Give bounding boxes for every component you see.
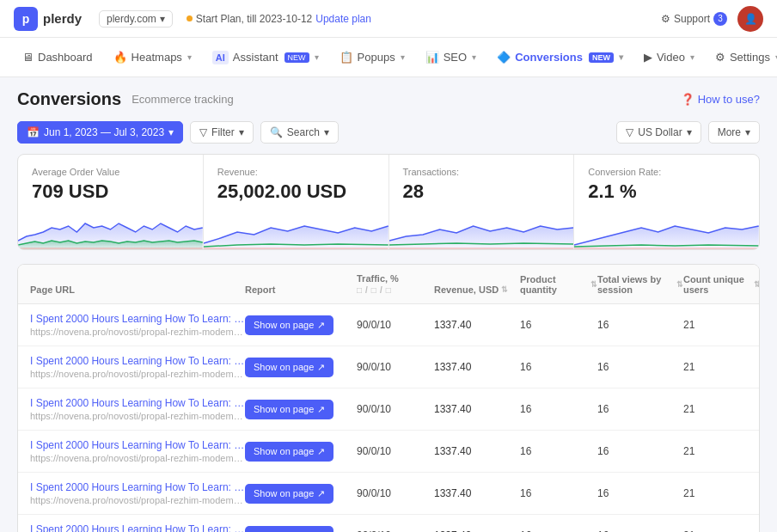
filter-label: Filter bbox=[211, 126, 235, 138]
chevron-down-icon: ▾ bbox=[160, 13, 165, 25]
nav-item-assistant[interactable]: AI Assistant NEW ▾ bbox=[204, 43, 327, 72]
data-table: Page URL Report Traffic, % □ / □ / □ Rev… bbox=[17, 264, 760, 532]
nav-item-settings[interactable]: ⚙ Settings ▾ bbox=[707, 43, 777, 72]
show-on-page-button[interactable]: Show on page ↗ bbox=[245, 484, 333, 504]
chevron-down-icon: ▾ bbox=[187, 52, 192, 62]
assistant-new-badge: NEW bbox=[284, 52, 309, 63]
currency-label: US Dollar bbox=[638, 126, 682, 138]
cell-total-views: 16 bbox=[597, 445, 683, 457]
th-revenue[interactable]: Revenue, USD ⇅ bbox=[434, 284, 520, 295]
more-button[interactable]: More ▾ bbox=[708, 121, 760, 144]
more-label: More bbox=[718, 126, 741, 138]
page-url-sub: https://novena.pro/novosti/propal-rezhim… bbox=[30, 411, 245, 421]
date-range-button[interactable]: 📅 Jun 1, 2023 — Jul 3, 2023 ▾ bbox=[17, 121, 183, 144]
search-icon: 🔍 bbox=[270, 126, 283, 138]
cell-page-url: I Spent 2000 Hours Learning How To Learn… bbox=[30, 313, 245, 337]
support-count: 3 bbox=[713, 12, 727, 26]
cell-revenue: 1337.40 bbox=[434, 445, 520, 457]
show-on-page-button[interactable]: Show on page ↗ bbox=[245, 400, 333, 419]
nav-item-popups[interactable]: 📋 Popups ▾ bbox=[331, 43, 413, 72]
th-count-unique[interactable]: Count unique users ⇅ bbox=[683, 274, 760, 295]
cell-count-unique: 21 bbox=[683, 403, 760, 415]
nav-item-conversions[interactable]: 🔷 Conversions NEW ▾ bbox=[488, 43, 632, 72]
external-link-icon: ↗ bbox=[317, 488, 325, 499]
cell-product-qty: 16 bbox=[520, 361, 597, 373]
metric-value-revenue: 25,002.00 USD bbox=[217, 180, 375, 203]
filter-icon: ▽ bbox=[626, 126, 633, 138]
cell-total-views: 16 bbox=[597, 487, 683, 499]
th-traffic[interactable]: Traffic, % □ / □ / □ bbox=[357, 273, 434, 295]
page-subtitle: Ecommerce tracking bbox=[132, 93, 233, 106]
cell-count-unique: 21 bbox=[683, 487, 760, 499]
plan-info: Start Plan, till 2023-10-12 Update plan bbox=[187, 13, 371, 25]
search-button[interactable]: 🔍 Search ▾ bbox=[260, 121, 339, 144]
traffic-sub: □ / □ / □ bbox=[357, 285, 391, 295]
nav-item-video[interactable]: ▶ Video ▾ bbox=[635, 43, 703, 72]
cell-revenue: 1337.40 bbox=[434, 319, 520, 331]
mini-chart-transactions bbox=[389, 211, 574, 249]
sort-icon: ⇅ bbox=[754, 280, 760, 289]
cell-traffic: 90/0/10 bbox=[357, 319, 434, 331]
cell-report: Show on page ↗ bbox=[245, 484, 357, 504]
cell-total-views: 16 bbox=[597, 361, 683, 373]
cell-page-url: I Spent 2000 Hours Learning How To Learn… bbox=[30, 355, 245, 379]
update-plan-link[interactable]: Update plan bbox=[315, 13, 371, 25]
table-row: I Spent 2000 Hours Learning How To Learn… bbox=[18, 346, 759, 388]
cell-report: Show on page ↗ bbox=[245, 400, 357, 419]
cell-count-unique: 21 bbox=[683, 445, 760, 457]
popups-icon: 📋 bbox=[340, 51, 353, 64]
metric-label-conversion: Conversion Rate: bbox=[588, 167, 745, 177]
show-on-page-button[interactable]: Show on page ↗ bbox=[245, 526, 333, 533]
cell-report: Show on page ↗ bbox=[245, 526, 357, 533]
page-link[interactable]: I Spent 2000 Hours Learning How To Learn… bbox=[30, 355, 245, 367]
show-on-page-button[interactable]: Show on page ↗ bbox=[245, 358, 333, 377]
external-link-icon: ↗ bbox=[317, 446, 325, 457]
page-link[interactable]: I Spent 2000 Hours Learning How To Learn… bbox=[30, 439, 245, 451]
cell-count-unique: 21 bbox=[683, 319, 760, 331]
chevron-down-icon: ▾ bbox=[239, 126, 244, 138]
support-button[interactable]: ⚙ Support 3 bbox=[661, 12, 727, 26]
metric-card-revenue: Revenue: 25,002.00 USD bbox=[204, 155, 389, 249]
nav-item-seo[interactable]: 📊 SEO ▾ bbox=[417, 43, 485, 72]
how-to-use-link[interactable]: ❓ How to use? bbox=[681, 93, 760, 106]
currency-button[interactable]: ▽ US Dollar ▾ bbox=[616, 121, 701, 144]
cell-product-qty: 16 bbox=[520, 319, 597, 331]
show-on-page-button[interactable]: Show on page ↗ bbox=[245, 315, 333, 335]
filter-button[interactable]: ▽ Filter ▾ bbox=[190, 121, 254, 144]
filters-right: ▽ US Dollar ▾ More ▾ bbox=[616, 121, 760, 144]
chevron-down-icon: ▾ bbox=[690, 52, 694, 62]
cell-count-unique: 21 bbox=[683, 361, 760, 373]
mini-chart-aov bbox=[18, 211, 203, 249]
conversions-new-badge: NEW bbox=[589, 52, 614, 63]
page-header: Conversions Ecommerce tracking ❓ How to … bbox=[0, 77, 777, 116]
nav-item-heatmaps[interactable]: 🔥 Heatmaps ▾ bbox=[105, 43, 200, 72]
metric-value-conversion: 2.1 % bbox=[588, 180, 745, 203]
logo-icon: p bbox=[14, 7, 38, 31]
page-link[interactable]: I Spent 2000 Hours Learning How To Learn… bbox=[30, 481, 245, 493]
page-url-sub: https://novena.pro/novosti/propal-rezhim… bbox=[30, 453, 245, 463]
nav-label-conversions: Conversions bbox=[515, 51, 583, 64]
show-on-page-button[interactable]: Show on page ↗ bbox=[245, 442, 333, 462]
th-product-qty[interactable]: Product quantity ⇅ bbox=[520, 274, 597, 295]
metric-value-transactions: 28 bbox=[403, 180, 560, 203]
avatar[interactable]: 👤 bbox=[737, 6, 763, 32]
chevron-down-icon: ▾ bbox=[687, 126, 692, 138]
th-total-views[interactable]: Total views by session ⇅ bbox=[597, 274, 683, 295]
page-link[interactable]: I Spent 2000 Hours Learning How To Learn… bbox=[30, 313, 245, 325]
domain-selector[interactable]: plerdy.com ▾ bbox=[99, 10, 173, 28]
metric-card-transactions: Transactions: 28 bbox=[389, 155, 575, 249]
conversions-icon: 🔷 bbox=[497, 51, 511, 64]
cell-traffic: 90/0/10 bbox=[357, 487, 434, 499]
gear-icon: ⚙ bbox=[661, 13, 670, 25]
cell-page-url: I Spent 2000 Hours Learning How To Learn… bbox=[30, 481, 245, 505]
page-link[interactable]: I Spent 2000 Hours Learning How To Learn… bbox=[30, 523, 245, 532]
nav-item-dashboard[interactable]: 🖥 Dashboard bbox=[14, 43, 101, 72]
logo-text: plerdy bbox=[43, 11, 82, 26]
table-header: Page URL Report Traffic, % □ / □ / □ Rev… bbox=[18, 265, 759, 304]
metric-card-conversion: Conversion Rate: 2.1 % bbox=[574, 155, 759, 249]
video-icon: ▶ bbox=[644, 51, 652, 64]
metric-value-aov: 709 USD bbox=[32, 180, 189, 203]
page-link[interactable]: I Spent 2000 Hours Learning How To Learn… bbox=[30, 397, 245, 409]
cell-report: Show on page ↗ bbox=[245, 358, 357, 377]
cell-traffic: 90/0/10 bbox=[357, 361, 434, 373]
